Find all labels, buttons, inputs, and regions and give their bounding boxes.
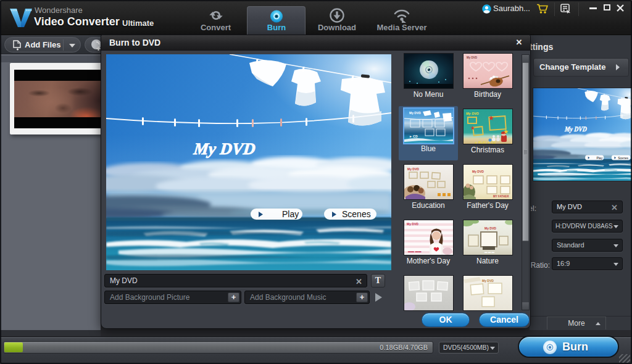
svg-text:► PLAY ► CD: ► PLAY ► CD xyxy=(475,141,496,144)
svg-text:My DVD: My DVD xyxy=(472,170,484,173)
svg-text:My DVD: My DVD xyxy=(466,112,479,115)
svg-text:My DVD: My DVD xyxy=(407,167,419,171)
svg-text:Scenes: Scenes xyxy=(342,209,371,219)
svg-text:Play: Play xyxy=(282,209,299,219)
svg-text:MY FATHER: MY FATHER xyxy=(493,195,509,198)
svg-text:My DVD: My DVD xyxy=(482,279,494,283)
svg-text:▬▬ ▬▬: ▬▬ ▬▬ xyxy=(408,249,421,253)
svg-text:My DVD: My DVD xyxy=(484,226,496,230)
svg-text:► CD: ► CD xyxy=(409,134,418,138)
svg-text:My DVD: My DVD xyxy=(467,56,478,59)
svg-text:My DVD: My DVD xyxy=(407,222,418,226)
svg-text:My DVD: My DVD xyxy=(192,139,256,158)
svg-text:My DVD: My DVD xyxy=(409,111,421,115)
svg-text:▬ ▬ ▬: ▬ ▬ ▬ xyxy=(484,250,495,254)
